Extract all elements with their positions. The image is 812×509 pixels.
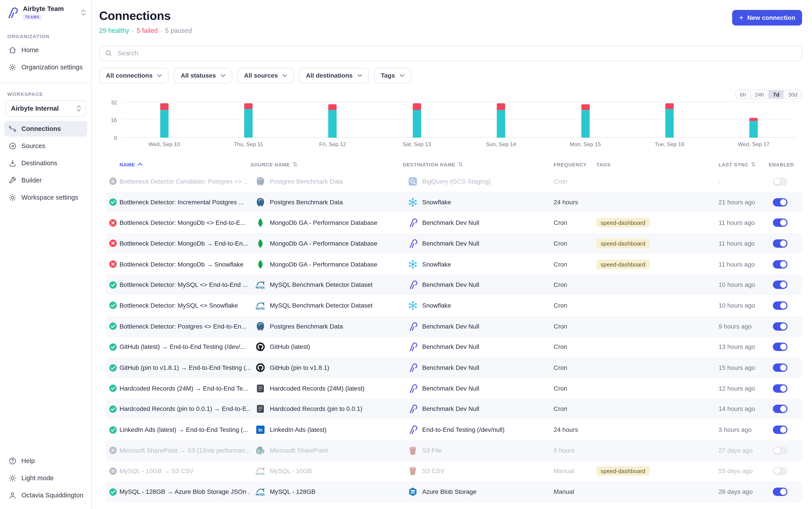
status-healthy-icon [108,301,118,310]
enabled-toggle[interactable] [773,364,787,372]
table-row[interactable]: Bottleneck Detector: Incremental Postgre… [106,192,802,212]
destination-name: Snowflake [422,261,451,268]
filter-all-statuses[interactable]: All statuses [174,68,232,83]
range-option-6h[interactable]: 6h [736,90,750,98]
enabled-toggle[interactable] [773,260,787,268]
enabled-toggle[interactable] [773,487,787,496]
workspace-selector[interactable]: Airbyte Internal [5,100,86,117]
sync-bar[interactable] [329,104,337,138]
col-header-last-sync[interactable]: LAST SYNC [718,162,769,167]
enabled-toggle[interactable] [773,281,787,289]
tag-badge[interactable]: speed-dashboard [596,218,650,228]
destination-name: S3 File [422,447,442,454]
range-option-30d[interactable]: 30d [783,90,802,98]
col-header-destination-name[interactable]: DESTINATION NAME [403,162,554,167]
healthy-count[interactable]: 29 healthy [99,27,129,35]
last-sync-value: 10 hours ago [718,302,769,309]
table-row[interactable]: MySQL - 128GB → Azure Blob Storage JSOn … [106,482,802,502]
new-connection-button[interactable]: + New connection [732,10,802,26]
chevron-down-icon [157,74,162,77]
frequency-value: Cron [554,406,596,413]
tags-cell: speed-dashboard [596,218,718,228]
enabled-toggle[interactable] [773,343,787,351]
col-header-source-name[interactable]: SOURCE NAME [251,162,403,167]
range-option-7d[interactable]: 7d [768,90,783,98]
team-switcher[interactable]: Airbyte Team TEAMS [0,0,91,25]
mongodb-icon [255,217,266,228]
sync-bar[interactable] [581,104,589,138]
sync-bar[interactable] [413,103,421,138]
tag-badge[interactable]: speed-dashboard [596,260,650,269]
table-row[interactable]: Microsoft SharePoint → S3 (13mb performa… [106,440,802,461]
range-option-24h[interactable]: 24h [750,90,768,98]
table-row[interactable]: GitHub (latest) → End-to-End Testing (/d… [106,337,802,357]
hardcoded-icon [255,383,266,394]
sidebar-item-workspace-settings[interactable]: Workspace settings [4,190,87,205]
sync-bar[interactable] [749,118,758,138]
search-box[interactable] [99,45,802,61]
sidebar-item-label: Builder [22,177,42,184]
sidebar-item-sources[interactable]: Sources [4,138,87,154]
sidebar-item-home[interactable]: Home [4,42,87,58]
table-row[interactable]: Bottleneck Detector: MySQL <> End-to-End… [106,275,802,295]
source-cell: Postgres Benchmark Data [251,197,403,207]
sync-bar[interactable] [244,103,253,138]
table-row[interactable]: Bottleneck Detector Candidate: Postgres … [106,171,802,192]
toggle-knob [780,344,786,350]
enabled-toggle[interactable] [773,239,787,247]
destination-name: Benchmark Dev Null [422,364,479,371]
col-header-name[interactable]: NAME [120,162,251,167]
enabled-toggle[interactable] [773,446,787,454]
frequency-value: 6 hours [554,447,596,454]
enabled-toggle[interactable] [773,301,787,310]
col-header-label: TAGS [596,162,611,167]
sidebar-item-builder[interactable]: Builder [4,173,87,188]
table-row[interactable]: Bottleneck Detector: Postgres <> End-to-… [106,316,802,337]
svg-text:MySQL: MySQL [256,493,265,496]
failed-count[interactable]: 5 failed [137,27,158,35]
connection-name: Bottleneck Detector Candidate: Postgres … [120,178,251,185]
enabled-toggle[interactable] [773,322,787,330]
enabled-toggle[interactable] [773,177,787,185]
filter-all-destinations[interactable]: All destinations [299,68,369,83]
search-input[interactable] [116,49,796,57]
table-row[interactable]: Bottleneck Detector: MongoDb → End-to-En… [106,233,802,254]
toggle-knob [780,427,786,433]
source-name: Hardcoded Records (pin to 0.0.1) [270,406,362,413]
sync-bar[interactable] [497,103,505,138]
enabled-toggle[interactable] [773,426,787,434]
table-row[interactable]: Bottleneck Detector: MySQL <> SnowflakeM… [106,295,802,316]
filter-all-connections[interactable]: All connections [99,68,169,83]
sync-bar[interactable] [665,103,674,138]
table-row[interactable]: Hardcoded Records (pin to 0.0.1) → End-t… [106,399,802,419]
enabled-toggle[interactable] [773,384,787,392]
enabled-toggle[interactable] [773,467,787,475]
sidebar-item-light-mode[interactable]: Light mode [4,470,87,486]
bar-failed-segment [413,103,421,110]
source-name: Postgres Benchmark Data [270,199,343,206]
sidebar-item-help[interactable]: Help [4,453,87,469]
enabled-toggle[interactable] [773,218,787,227]
sidebar-item-octavia-squiddington[interactable]: Octavia Squiddington [4,487,87,503]
table-row[interactable]: Hardcoded Records (24M) → End-to-End Te.… [106,378,802,399]
table-row[interactable]: Bottleneck Detector: MongoDb <> End-to-E… [106,212,802,233]
filter-tags[interactable]: Tags [374,68,411,83]
filter-all-sources[interactable]: All sources [237,68,294,83]
chart-bar-slot [712,102,796,138]
table-row[interactable]: Bottleneck Detector: MongoDb → Snowflake… [106,254,802,275]
sync-bar[interactable] [160,103,168,138]
connections-icon [8,125,17,133]
tag-badge[interactable]: speed-dashboard [596,466,650,476]
tag-badge[interactable]: speed-dashboard [596,239,650,248]
sidebar-item-organization-settings[interactable]: Organization settings [4,60,87,75]
destination-cell: End-to-End Testing (/dev/null) [403,425,554,435]
table-row[interactable]: MySQL - 10GB → S3 CSVMySQLMySQL - 10GBS3… [106,461,802,482]
table-row[interactable]: LinkedIn Ads (latest) → End-to-End Testi… [106,419,802,440]
enabled-toggle[interactable] [773,405,787,413]
frequency-value: Cron [554,178,596,185]
sidebar-item-connections[interactable]: Connections [4,121,87,136]
team-badge: TEAMS [23,14,41,20]
table-row[interactable]: GitHub (pin to v1.8.1) → End-to-End Test… [106,357,802,378]
sidebar-item-destinations[interactable]: Destinations [4,156,87,171]
enabled-toggle[interactable] [773,198,787,206]
